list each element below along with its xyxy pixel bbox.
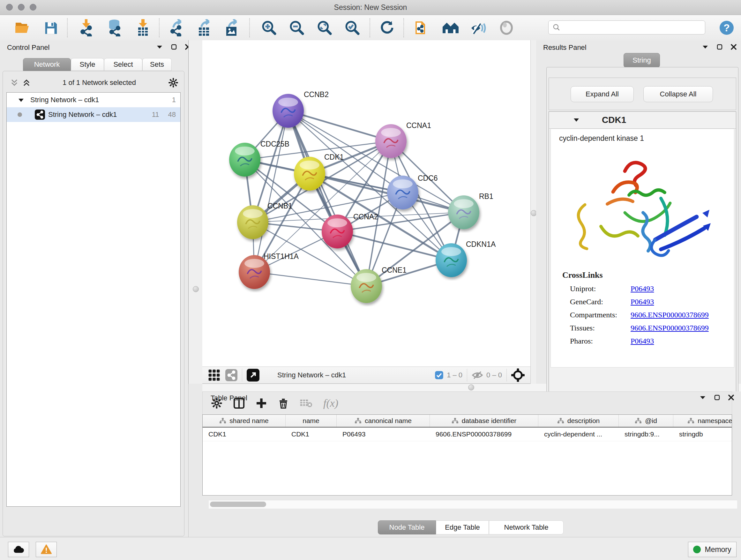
grid-view-icon[interactable] bbox=[208, 369, 220, 381]
table-cell[interactable]: 9606.ENSP00000378699 bbox=[430, 428, 538, 441]
table-panel-float-icon[interactable] bbox=[699, 395, 706, 400]
add-column-icon[interactable] bbox=[256, 397, 267, 409]
export-table-icon[interactable] bbox=[196, 19, 213, 37]
show-all-eye-icon[interactable] bbox=[498, 19, 515, 37]
left-splitter[interactable] bbox=[188, 40, 203, 384]
collection-expand-icon[interactable] bbox=[18, 98, 24, 102]
network-node-cdc25b[interactable] bbox=[229, 143, 260, 177]
column-header-canonicalname[interactable]: canonical name bbox=[337, 415, 430, 427]
warning-status-button[interactable] bbox=[36, 542, 57, 557]
crosslink-link[interactable]: P06493 bbox=[630, 337, 654, 346]
node-table[interactable]: shared namenamecanonical namedatabase id… bbox=[202, 415, 732, 496]
birdseye-crosshair-icon[interactable] bbox=[511, 368, 525, 382]
import-network-file-icon[interactable] bbox=[77, 19, 95, 37]
string-view-icon[interactable] bbox=[225, 369, 238, 381]
hidden-eye-icon[interactable] bbox=[472, 370, 483, 380]
network-node-ccnb1[interactable] bbox=[237, 205, 268, 239]
network-node-ccne1[interactable] bbox=[351, 269, 382, 303]
tab-network-table[interactable]: Network Table bbox=[489, 520, 563, 535]
collapse-all-networks-icon[interactable] bbox=[10, 78, 18, 87]
column-header-namespace[interactable]: namespace bbox=[673, 415, 732, 427]
column-header-description[interactable]: description bbox=[538, 415, 619, 427]
export-image-icon[interactable] bbox=[223, 19, 241, 37]
network-edge[interactable] bbox=[254, 111, 288, 272]
column-header-sharedname[interactable]: shared name bbox=[203, 415, 286, 427]
table-cell[interactable]: stringdb:9... bbox=[619, 428, 673, 441]
memory-button[interactable]: Memory bbox=[688, 542, 737, 557]
hierarchy-icon bbox=[219, 418, 226, 424]
table-horizontal-scrollbar[interactable] bbox=[209, 500, 737, 509]
control-panel-float-icon[interactable] bbox=[156, 45, 163, 49]
tab-sets[interactable]: Sets bbox=[142, 58, 172, 71]
network-edge[interactable] bbox=[288, 111, 366, 286]
crosslink-link[interactable]: 9606.ENSP00000378699 bbox=[630, 324, 709, 332]
section-collapse-icon[interactable] bbox=[573, 118, 580, 122]
zoom-in-icon[interactable] bbox=[260, 19, 278, 37]
expand-all-networks-icon[interactable] bbox=[23, 78, 30, 87]
results-panel-maximize-icon[interactable] bbox=[717, 44, 723, 50]
crosslink-link[interactable]: P06493 bbox=[630, 298, 654, 306]
save-session-icon[interactable] bbox=[42, 19, 59, 37]
zoom-fit-icon[interactable] bbox=[316, 19, 333, 37]
network-collection-row[interactable]: String Network – cdk1 1 bbox=[7, 92, 180, 107]
column-header-databaseidentifier[interactable]: database identifier bbox=[430, 415, 538, 427]
network-node-ccna1[interactable] bbox=[375, 124, 407, 158]
table-cell[interactable]: cyclin-dependent ... bbox=[538, 428, 619, 441]
table-panel-close-icon[interactable] bbox=[728, 395, 734, 400]
tab-edge-table[interactable]: Edge Table bbox=[436, 520, 489, 535]
network-canvas[interactable]: CCNB2CCNA1CDC25BCDK1CDC6RB1CCNB1CCNA2CDK… bbox=[202, 40, 530, 367]
table-panel-maximize-icon[interactable] bbox=[714, 395, 720, 400]
import-table-file-icon[interactable] bbox=[134, 19, 151, 37]
hide-selected-eye-icon[interactable] bbox=[470, 19, 487, 37]
export-network-icon[interactable] bbox=[168, 19, 185, 37]
network-node-ccnb2[interactable] bbox=[273, 94, 304, 128]
delete-column-icon[interactable] bbox=[278, 397, 289, 409]
right-splitter[interactable] bbox=[530, 40, 537, 384]
left-splitter-handle[interactable] bbox=[193, 286, 199, 292]
network-edge[interactable] bbox=[288, 111, 391, 141]
results-panel-close-icon[interactable] bbox=[731, 44, 737, 50]
tab-style[interactable]: Style bbox=[71, 58, 104, 71]
crosslink-link[interactable]: 9606.ENSP00000378699 bbox=[630, 311, 709, 319]
bottom-splitter-handle[interactable] bbox=[468, 384, 474, 390]
selected-count: 1 – 0 bbox=[447, 371, 462, 379]
network-node-cdk1[interactable] bbox=[294, 157, 325, 191]
open-file-icon[interactable] bbox=[13, 19, 30, 37]
table-cell[interactable]: CDK1 bbox=[286, 428, 337, 441]
network-node-rb1[interactable] bbox=[448, 195, 479, 229]
collapse-all-button[interactable]: Collapse All bbox=[643, 86, 713, 102]
cloud-status-button[interactable] bbox=[8, 542, 29, 557]
tab-node-table[interactable]: Node Table bbox=[378, 520, 436, 535]
zoom-out-icon[interactable] bbox=[288, 19, 306, 37]
scrollbar-thumb[interactable] bbox=[210, 502, 266, 507]
expand-all-button[interactable]: Expand All bbox=[570, 86, 634, 102]
network-options-gear-icon[interactable] bbox=[168, 78, 179, 88]
selected-checkbox-icon[interactable] bbox=[434, 371, 444, 380]
network-node-ccna2[interactable] bbox=[322, 214, 353, 248]
tab-select[interactable]: Select bbox=[104, 58, 142, 71]
control-panel-maximize-icon[interactable] bbox=[171, 44, 177, 50]
tab-string[interactable]: String bbox=[623, 53, 660, 68]
import-network-database-icon[interactable] bbox=[106, 19, 123, 37]
network-node-cdkn1a[interactable] bbox=[435, 243, 467, 277]
duplicate-network-icon[interactable] bbox=[413, 19, 430, 37]
column-header-id[interactable]: @id bbox=[619, 415, 673, 427]
search-box[interactable] bbox=[548, 20, 705, 35]
results-panel-float-icon[interactable] bbox=[702, 45, 709, 49]
update-network-icon[interactable] bbox=[379, 19, 396, 37]
column-header-name[interactable]: name bbox=[286, 415, 337, 427]
table-cell[interactable]: CDK1 bbox=[203, 428, 286, 441]
tab-network[interactable]: Network bbox=[23, 58, 71, 71]
search-input[interactable] bbox=[561, 23, 699, 32]
neighbors-houses-icon[interactable] bbox=[442, 19, 459, 37]
detach-view-icon[interactable] bbox=[247, 369, 259, 381]
table-row[interactable]: CDK1CDK1P064939606.ENSP00000378699cyclin… bbox=[203, 428, 732, 441]
network-edge[interactable] bbox=[254, 272, 366, 286]
crosslink-link[interactable]: P06493 bbox=[630, 285, 654, 293]
zoom-selected-icon[interactable] bbox=[344, 19, 361, 37]
network-node-cdc6[interactable] bbox=[387, 176, 418, 209]
network-row[interactable]: String Network – cdk1 11 48 bbox=[7, 107, 180, 122]
help-icon[interactable]: ? bbox=[718, 19, 735, 37]
table-cell[interactable]: stringdb bbox=[673, 428, 732, 441]
table-cell[interactable]: P06493 bbox=[337, 428, 430, 441]
